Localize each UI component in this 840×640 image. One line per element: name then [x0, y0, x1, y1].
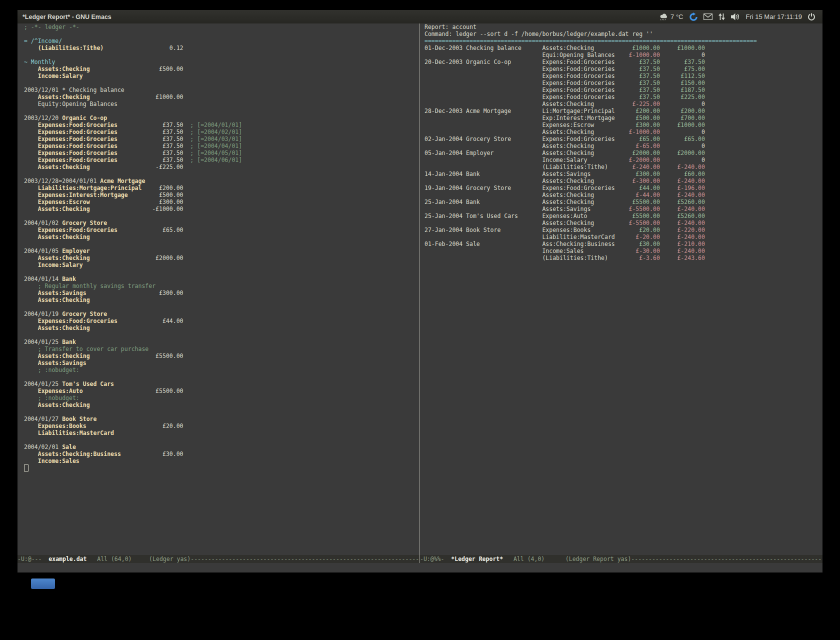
buffer-line[interactable]: Expenses:Escrow £300.00: [24, 198, 420, 206]
buffer-line[interactable]: Assets:Checking £1000.00: [24, 94, 420, 100]
report-row[interactable]: Expens:Food:Groceries £37.50 £225.00: [424, 94, 822, 100]
report-row[interactable]: (Liabilities:Tithe) £-3.60 £-243.60: [424, 254, 822, 262]
buffer-line[interactable]: [24, 240, 420, 248]
report-row[interactable]: 05-Jan-2004 Employer Assets:Checking £20…: [424, 150, 822, 156]
taskbar-button[interactable]: [31, 578, 55, 589]
buffer-line[interactable]: Assets:Checking £5500.00: [24, 352, 420, 360]
buffer-line[interactable]: Expenses:Food:Groceries £44.00: [24, 318, 420, 324]
buffer-line[interactable]: Assets:Checking: [24, 296, 420, 304]
report-row[interactable]: Assets:Checking £-1000.00 0: [424, 128, 822, 136]
buffer-line[interactable]: Assets:Savings: [24, 360, 420, 366]
buffer-line[interactable]: = /^Income/: [24, 38, 420, 44]
report-row[interactable]: Equi:Opening Balances £-1000.00 0: [424, 52, 822, 58]
buffer-line[interactable]: 2003/12/28=2004/01/01 Acme Mortgage: [24, 178, 420, 184]
buffer-line[interactable]: Assets:Checking £2000.00: [24, 254, 420, 262]
buffer-line[interactable]: Expenses:Food:Groceries £37.50 ; [=2004/…: [24, 142, 420, 150]
buffer-line[interactable]: [24, 332, 420, 338]
buffer-line[interactable]: Assets:Checking £500.00: [24, 66, 420, 72]
buffer-line[interactable]: [24, 374, 420, 380]
buffer-line[interactable]: (Liabilities:Tithe) 0.12: [24, 44, 420, 52]
buffer-line[interactable]: Income:Sales: [24, 458, 420, 464]
buffer-line[interactable]: 2003/12/01 * Checking balance: [24, 86, 420, 94]
buffer-line[interactable]: 2004/01/25 Tom's Used Cars: [24, 380, 420, 388]
buffer-line[interactable]: Expenses:Food:Groceries £65.00: [24, 226, 420, 234]
buffer-line[interactable]: 2004/01/05 Employer: [24, 248, 420, 254]
report-row[interactable]: Assets:Checking £-44.00 £-240.00: [424, 192, 822, 198]
report-row[interactable]: 20-Dec-2003 Organic Co-op Expens:Food:Gr…: [424, 58, 822, 66]
report-row[interactable]: 25-Jan-2004 Bank Assets:Checking £5500.0…: [424, 198, 822, 206]
buffer-line[interactable]: 2003/12/20 Organic Co-op: [24, 114, 420, 122]
buffer-line[interactable]: ; :nobudget:: [24, 366, 420, 374]
mail-icon[interactable]: [704, 14, 712, 20]
report-row[interactable]: 28-Dec-2003 Acme Mortgage Li:Mortgage:Pr…: [424, 108, 822, 114]
buffer-line[interactable]: Expenses:Interest:Mortgage £500.00: [24, 192, 420, 198]
buffer-line[interactable]: ; Transfer to cover car purchase: [24, 346, 420, 352]
report-row[interactable]: Expens:Food:Groceries £37.50 £112.50: [424, 72, 822, 80]
buffer-line[interactable]: ~ Monthly: [24, 58, 420, 66]
buffer-line[interactable]: ; Regular monthly savings transfer: [24, 282, 420, 290]
buffer-line[interactable]: [24, 408, 420, 416]
buffer-line[interactable]: Expenses:Auto £5500.00: [24, 388, 420, 394]
right-window[interactable]: Report: account Command: ledger --sort d…: [420, 24, 822, 555]
buffer-line[interactable]: [24, 436, 420, 444]
buffer-line[interactable]: 2004/01/19 Grocery Store: [24, 310, 420, 318]
report-row[interactable]: Expens:Food:Groceries £37.50 £187.50: [424, 86, 822, 94]
left-window[interactable]: ; -*- ledger -*- = /^Income/ (Liabilitie…: [18, 24, 420, 555]
report-row[interactable]: 14-Jan-2004 Bank Assets:Savings £300.00 …: [424, 170, 822, 178]
buffer-line[interactable]: Assets:Checking: [24, 402, 420, 408]
buffer-line[interactable]: Expenses:Food:Groceries £37.50 ; [=2004/…: [24, 128, 420, 136]
buffer-line[interactable]: Expenses:Food:Groceries £37.50 ; [=2004/…: [24, 150, 420, 156]
buffer-line[interactable]: [24, 212, 420, 220]
modeline-left[interactable]: -U:@--- example.dat All (64,0) (Ledger y…: [18, 555, 420, 563]
buffer-line[interactable]: [24, 170, 420, 178]
report-row[interactable]: Assets:Checking £-300.00 £-240.00: [424, 178, 822, 184]
report-row[interactable]: Expenses:Escrow £300.00 £1000.00: [424, 122, 822, 128]
buffer-line[interactable]: Equity:Opening Balances: [24, 100, 420, 108]
buffer-line[interactable]: [24, 464, 420, 472]
power-icon[interactable]: [808, 13, 816, 21]
report-row[interactable]: Exp:Interest:Mortgage £500.00 £700.00: [424, 114, 822, 122]
buffer-line[interactable]: Assets:Savings £300.00: [24, 290, 420, 296]
buffer-line[interactable]: Assets:Checking: [24, 234, 420, 240]
report-row[interactable]: (Liabilities:Tithe) £-240.00 £-240.00: [424, 164, 822, 170]
buffer-line[interactable]: Assets:Checking -£225.00: [24, 164, 420, 170]
report-row[interactable]: 02-Jan-2004 Grocery Store Expens:Food:Gr…: [424, 136, 822, 142]
buffer-line[interactable]: ; :nobudget:: [24, 394, 420, 402]
buffer-line[interactable]: 2004/01/25 Bank: [24, 338, 420, 346]
buffer-line[interactable]: Income:Salary: [24, 262, 420, 268]
minibuffer[interactable]: [18, 563, 822, 572]
buffer-line[interactable]: [24, 52, 420, 58]
report-row[interactable]: 25-Jan-2004 Tom's Used Cars Expenses:Aut…: [424, 212, 822, 220]
buffer-line[interactable]: Assets:Checking:Business £30.00: [24, 450, 420, 458]
buffer-line[interactable]: Expenses:Food:Groceries £37.50 ; [=2004/…: [24, 156, 420, 164]
report-row[interactable]: Assets:Checking £-225.00 0: [424, 100, 822, 108]
report-row[interactable]: Liabilitie:MasterCard £-20.00 £-240.00: [424, 234, 822, 240]
buffer-line[interactable]: Expenses:Food:Groceries £37.50 ; [=2004/…: [24, 122, 420, 128]
report-row[interactable]: Assets:Checking £-65.00 0: [424, 142, 822, 150]
buffer-line[interactable]: ; -*- ledger -*-: [24, 24, 420, 30]
buffer-line[interactable]: Assets:Checking: [24, 324, 420, 332]
network-icon[interactable]: [718, 13, 726, 20]
modeline-right[interactable]: -U:@%%- *Ledger Report* All (4,0) (Ledge…: [420, 555, 822, 563]
buffer-line[interactable]: Liabilities:MasterCard: [24, 430, 420, 436]
volume-icon[interactable]: [731, 13, 740, 20]
buffer-line[interactable]: Expenses:Books £20.00: [24, 422, 420, 430]
buffer-line[interactable]: [24, 108, 420, 114]
buffer-line[interactable]: Income:Salary: [24, 72, 420, 80]
buffer-line[interactable]: Liabilities:Mortgage:Principal £200.00: [24, 184, 420, 192]
titlebar[interactable]: *Ledger Report* - GNU Emacs 7 °C: [18, 10, 822, 24]
buffer-line[interactable]: 2004/01/27 Book Store: [24, 416, 420, 422]
report-row[interactable]: 01-Feb-2004 Sale Ass:Checking:Business £…: [424, 240, 822, 248]
report-row[interactable]: 19-Jan-2004 Grocery Store Expens:Food:Gr…: [424, 184, 822, 192]
report-row[interactable]: Income:Salary £-2000.00 0: [424, 156, 822, 164]
buffer-line[interactable]: 2004/02/01 Sale: [24, 444, 420, 450]
buffer-line[interactable]: 2004/01/14 Bank: [24, 276, 420, 282]
report-row[interactable]: 01-Dec-2003 Checking balance Assets:Chec…: [424, 44, 822, 52]
report-row[interactable]: Expens:Food:Groceries £37.50 £75.00: [424, 66, 822, 72]
buffer-line[interactable]: Expenses:Food:Groceries £37.50 ; [=2004/…: [24, 136, 420, 142]
buffer-line[interactable]: [24, 268, 420, 276]
update-icon[interactable]: [689, 12, 698, 22]
buffer-line[interactable]: 2004/01/02 Grocery Store: [24, 220, 420, 226]
report-row[interactable]: Income:Sales £-30.00 £-240.00: [424, 248, 822, 254]
report-row[interactable]: Expens:Food:Groceries £37.50 £150.00: [424, 80, 822, 86]
